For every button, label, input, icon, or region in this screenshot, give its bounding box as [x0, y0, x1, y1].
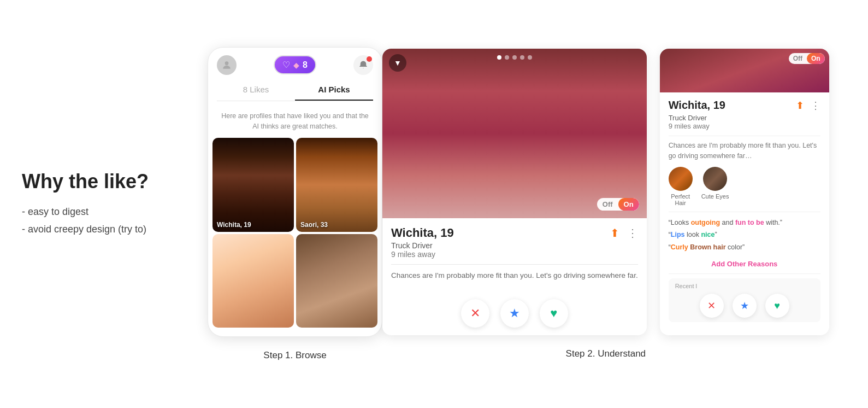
rp-bio: Chances are I'm probably more fit than y… — [669, 141, 820, 161]
card-divider — [391, 264, 638, 265]
rp-distance: 9 miles away — [669, 122, 820, 130]
rp-name-row: Wichita, 19 ⬆ ⋮ — [669, 99, 820, 112]
main-container: Why the like? - easy to digest - avoid c… — [22, 47, 846, 361]
tab-ai-picks[interactable]: AI Picks — [295, 79, 373, 101]
rp-action-btns: ✕ ★ ♥ — [675, 294, 814, 318]
dot-1 — [497, 55, 501, 60]
off-label: Off — [597, 198, 618, 211]
rp-divider-3 — [669, 273, 820, 274]
dislike-button[interactable]: ✕ — [461, 299, 489, 328]
notification-btn[interactable] — [353, 55, 373, 75]
step1-label: Step 1. Browse — [263, 350, 326, 361]
rp-recent-section: Recent l ✕ ★ ♥ — [669, 278, 820, 322]
rp-actions: ⬆ ⋮ — [796, 100, 820, 112]
photo-grid: Wichita, 19 Saori, 33 — [212, 138, 377, 328]
more-icon[interactable]: ⋮ — [627, 226, 638, 240]
like-button[interactable]: ♥ — [540, 299, 568, 328]
svg-point-0 — [225, 61, 229, 65]
boost-count: 8 — [303, 60, 308, 70]
rp-avatar-item-1: PerfectHair — [669, 167, 693, 206]
photo-wichita[interactable]: Wichita, 19 — [212, 138, 294, 231]
card-actions: ⬆ ⋮ — [610, 226, 638, 240]
photo-girl4[interactable] — [296, 234, 377, 328]
add-other-reasons-btn[interactable]: Add Other Reasons — [669, 260, 820, 268]
ai-picks-description: Here are profiles that have liked you an… — [208, 107, 382, 138]
rp-off-on-toggle[interactable]: Off On — [789, 53, 825, 64]
step2-label: Step 2. Understand — [566, 348, 646, 359]
card-info: Wichita, 19 ⬆ ⋮ Truck Driver 9 miles awa… — [382, 218, 647, 293]
rp-avatars-row: PerfectHair Cute Eyes — [669, 167, 820, 206]
rp-share-icon[interactable]: ⬆ — [796, 100, 804, 112]
rp-avatar-2 — [703, 167, 727, 191]
page-title: Why the like? — [22, 170, 197, 193]
rp-avatar-label-2: Cute Eyes — [701, 193, 729, 200]
rp-dislike-button[interactable]: ✕ — [700, 294, 724, 318]
rp-divider-2 — [669, 212, 820, 212]
card-buttons: ✕ ★ ♥ — [382, 294, 647, 335]
dot-2 — [505, 55, 509, 60]
left-text-section: Why the like? - easy to digest - avoid c… — [22, 170, 208, 238]
photo-label-wichita: Wichita, 19 — [217, 221, 251, 229]
step1-wrapper: ♡ ◆ 8 8 Likes AI Picks Here are profiles… — [208, 47, 382, 361]
rp-quotes: “Looks outgoing and fun to be with.” “Li… — [669, 217, 820, 254]
off-on-toggle[interactable]: Off On — [597, 198, 639, 211]
diamond-icon: ◆ — [293, 61, 299, 69]
tab-likes[interactable]: 8 Likes — [217, 79, 295, 101]
user-avatar[interactable] — [217, 55, 237, 75]
step2-wrapper: ▼ Off On Wichita, 19 — [382, 49, 829, 359]
right-panel-image: Off On — [660, 49, 829, 92]
step2-combined: ▼ Off On Wichita, 19 — [382, 49, 829, 335]
rp-avatar-item-2: Cute Eyes — [701, 167, 729, 206]
bullet-1: - easy to digest — [22, 206, 88, 217]
rp-more-icon[interactable]: ⋮ — [811, 100, 820, 112]
rp-divider-1 — [669, 136, 820, 136]
boost-pill[interactable]: ♡ ◆ 8 — [274, 55, 316, 74]
rp-job: Truck Driver — [669, 114, 820, 122]
on-label: On — [618, 198, 639, 211]
dot-3 — [512, 55, 517, 60]
card-name: Wichita, 19 — [391, 226, 454, 240]
card-view: ▼ Off On Wichita, 19 — [382, 49, 647, 335]
card-name-row: Wichita, 19 ⬆ ⋮ — [391, 226, 638, 240]
notification-dot — [367, 56, 372, 62]
photo-label-saori: Saori, 33 — [300, 221, 328, 229]
rp-avatar-1 — [669, 167, 693, 191]
rp-quote-3: “Curly Brown hair color” — [669, 241, 820, 254]
rp-name: Wichita, 19 — [669, 99, 725, 112]
card-distance: 9 miles away — [391, 250, 638, 259]
rp-avatar-label-1: PerfectHair — [671, 193, 690, 206]
right-panel: Off On Wichita, 19 ⬆ ⋮ Truck Driver 9 mi… — [660, 49, 829, 335]
rp-quote-1: “Looks outgoing and fun to be with.” — [669, 217, 820, 229]
dot-4 — [520, 55, 524, 60]
rp-quote-2: “Lips look nice” — [669, 229, 820, 241]
dot-5 — [528, 55, 532, 60]
card-down-btn[interactable]: ▼ — [389, 54, 406, 72]
bullet-2: - avoid creepy design (try to) — [22, 224, 146, 235]
share-icon[interactable]: ⬆ — [610, 226, 619, 240]
top-bar: ♡ ◆ 8 — [208, 48, 382, 79]
card-image: ▼ Off On — [382, 49, 647, 218]
rp-recent-label: Recent l — [675, 283, 814, 289]
star-button[interactable]: ★ — [500, 299, 529, 328]
photo-saori[interactable]: Saori, 33 — [296, 138, 377, 231]
right-panel-content: Wichita, 19 ⬆ ⋮ Truck Driver 9 miles awa… — [660, 92, 829, 329]
card-job: Truck Driver — [391, 241, 638, 250]
tabs-row: 8 Likes AI Picks — [217, 79, 373, 101]
rp-on-label: On — [807, 53, 825, 64]
bullets: - easy to digest - avoid creepy design (… — [22, 203, 197, 238]
rp-star-button[interactable]: ★ — [733, 294, 757, 318]
card-bio: Chances are I'm probably more fit than y… — [391, 270, 638, 281]
heart-icon: ♡ — [282, 60, 290, 70]
photo-girl3[interactable] — [212, 234, 294, 328]
rp-like-button[interactable]: ♥ — [765, 294, 789, 318]
phone-browse: ♡ ◆ 8 8 Likes AI Picks Here are profiles… — [208, 47, 382, 337]
card-dots — [497, 55, 532, 60]
rp-off-label: Off — [789, 53, 807, 64]
